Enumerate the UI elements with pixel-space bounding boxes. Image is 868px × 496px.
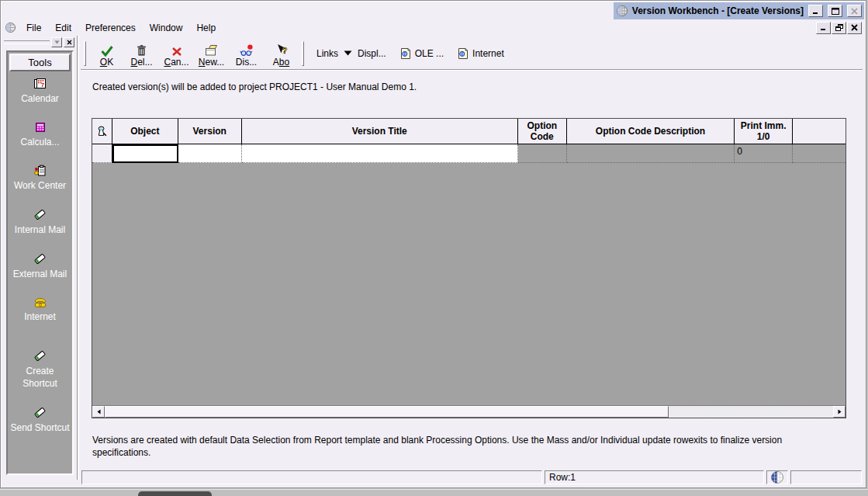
sidebar-item-external-mail[interactable]: External Mail <box>8 252 72 280</box>
work-center-icon <box>34 165 47 177</box>
object-cell[interactable] <box>112 144 178 163</box>
taskbar-strip <box>0 489 868 496</box>
scrollbar-track[interactable] <box>669 406 833 418</box>
mdi-minimize-button[interactable] <box>816 22 831 34</box>
mdi-close-button[interactable] <box>847 22 862 34</box>
links-label[interactable]: Links <box>316 48 338 59</box>
status-bar: Row:1 <box>81 469 863 486</box>
ok-icon <box>100 42 114 57</box>
sidebar-item-send-shortcut[interactable]: Send Shortcut <box>8 406 72 434</box>
calendar-icon: 7 <box>33 78 47 90</box>
internet-button[interactable]: Internet <box>457 47 504 60</box>
sidebar-item-label: Calendar <box>21 92 59 105</box>
menu-item-window[interactable]: Window <box>143 21 190 35</box>
extra-cell <box>793 144 846 163</box>
display-dropdown-label: Displ... <box>358 48 386 59</box>
mdi-restore-button[interactable] <box>832 22 846 34</box>
new-button[interactable]: New... <box>194 39 229 68</box>
close-icon <box>851 8 858 15</box>
grid-header-option-code-description: Option Code Description <box>567 119 735 144</box>
scroll-left-button[interactable] <box>92 406 105 418</box>
display-dropdown[interactable]: Displ... <box>358 48 386 59</box>
menu-item-file[interactable]: File <box>19 21 48 35</box>
ok-button[interactable]: OK <box>89 39 124 68</box>
horizontal-scrollbar <box>92 405 846 418</box>
cancel-icon <box>171 42 182 57</box>
scrollbar-thumb[interactable] <box>105 406 669 418</box>
note-text: Versions are created with default Data S… <box>92 434 825 459</box>
status-section-globe <box>766 470 788 484</box>
sidebar-item-internet[interactable]: Internet <box>8 297 72 323</box>
sidebar-item-label: Send Shortcut <box>10 421 69 434</box>
sidebar-item-calculator[interactable]: Calcula... <box>8 121 72 148</box>
menu-item-help[interactable]: Help <box>189 21 223 35</box>
option-code-cell <box>518 144 567 163</box>
arrow-right-icon <box>838 409 842 414</box>
toolbar-grip[interactable] <box>84 41 86 66</box>
menu-item-preferences[interactable]: Preferences <box>78 21 143 35</box>
versions-grid: Object Version Version Title Option Code… <box>92 118 846 418</box>
mdi-restore-icon <box>835 24 843 32</box>
button-label: Abo <box>273 57 289 68</box>
create-shortcut-icon <box>33 349 47 362</box>
instruction-text: Created version(s) will be added to proj… <box>92 82 417 92</box>
status-section-row: Row:1 <box>545 470 764 484</box>
grid-empty-area <box>92 163 846 405</box>
option-code-description-cell <box>567 144 735 163</box>
cancel-button[interactable]: Can... <box>159 39 194 68</box>
grid-header-search <box>92 119 112 144</box>
links-dropdown-icon[interactable] <box>344 50 352 56</box>
window-title: Version Workbench - [Create Versions] <box>632 5 804 16</box>
status-section-right <box>790 470 862 484</box>
mdi-close-icon <box>851 24 858 31</box>
version-cell[interactable] <box>178 144 242 163</box>
ole-label: OLE ... <box>415 48 444 59</box>
about-help-cursor-icon: ? <box>275 42 288 57</box>
links-group: Links Displ... OLE ... <box>316 47 512 60</box>
delete-icon <box>136 42 147 57</box>
close-button[interactable] <box>847 5 862 17</box>
new-icon <box>204 42 219 57</box>
sidebar-close-button[interactable] <box>64 37 74 47</box>
minimize-button[interactable] <box>808 5 823 17</box>
delete-button[interactable]: Del... <box>124 39 159 68</box>
search-flashlight-icon <box>97 125 107 137</box>
sidebar-grip[interactable] <box>4 40 50 44</box>
internet-label: Internet <box>472 48 504 59</box>
maximize-button[interactable] <box>828 5 842 17</box>
button-label: Can... <box>164 57 188 68</box>
status-section-message <box>81 470 542 484</box>
screen: Version Workbench - [Create Versions] Fi… <box>0 0 868 496</box>
sidebar-item-calendar[interactable]: 7 Calendar <box>8 78 72 105</box>
status-globe-icon <box>770 470 784 484</box>
sidebar-item-label: External Mail <box>13 268 67 280</box>
sidebar: Tools 7 Calendar Calcula... <box>2 36 78 480</box>
tools-header-button[interactable]: Tools <box>9 54 71 71</box>
sidebar-item-work-center[interactable]: Work Center <box>8 165 72 192</box>
grid-header-object: Object <box>112 119 178 144</box>
scroll-right-button[interactable] <box>833 406 846 418</box>
chevron-down-icon <box>54 40 60 44</box>
about-button[interactable]: ? Abo <box>264 39 299 68</box>
sidebar-dropdown-button[interactable] <box>51 37 62 47</box>
button-label: OK <box>100 57 113 68</box>
sidebar-item-label: Work Center <box>14 179 66 192</box>
version-title-cell[interactable] <box>242 144 518 163</box>
row-indicator: Row:1 <box>549 472 576 483</box>
sidebar-item-internal-mail[interactable]: Internal Mail <box>8 208 72 236</box>
title-bar: Version Workbench - [Create Versions] <box>614 2 864 19</box>
sidebar-item-label: Create Shortcut <box>8 365 72 390</box>
document-globe-icon <box>5 22 16 33</box>
sidebar-item-create-shortcut[interactable]: Create Shortcut <box>8 349 72 390</box>
taskbar-button[interactable] <box>138 491 212 496</box>
display-button[interactable]: Dis... <box>229 39 264 68</box>
grid-header-row: Object Version Version Title Option Code… <box>92 119 846 144</box>
row-handle-cell[interactable] <box>92 144 112 163</box>
grid-header-option-code: Option Code <box>518 119 567 144</box>
menu-item-edit[interactable]: Edit <box>48 21 78 35</box>
sidebar-item-label: Internet <box>24 310 56 323</box>
sidebar-item-label: Internal Mail <box>15 224 65 236</box>
ole-button[interactable]: OLE ... <box>399 47 444 60</box>
app-window: Version Workbench - [Create Versions] Fi… <box>0 0 866 488</box>
grid-header-version: Version <box>178 119 242 144</box>
